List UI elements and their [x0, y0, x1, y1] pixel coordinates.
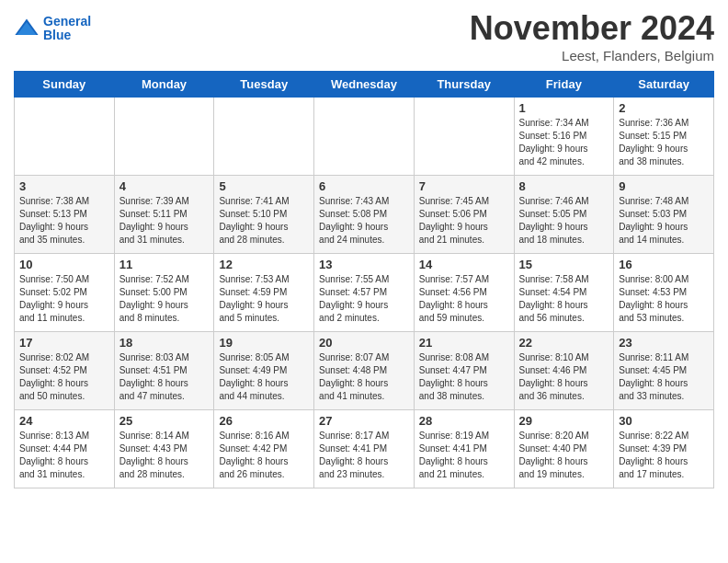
logo: General Blue — [14, 15, 91, 43]
day-number: 3 — [19, 179, 109, 193]
calendar-cell: 21Sunrise: 8:08 AM Sunset: 4:47 PM Dayli… — [414, 332, 514, 410]
day-header-tuesday: Tuesday — [214, 72, 314, 98]
day-number: 19 — [219, 336, 309, 350]
day-info: Sunrise: 7:50 AM Sunset: 5:02 PM Dayligh… — [19, 273, 109, 325]
day-number: 14 — [419, 258, 509, 271]
calendar-cell: 4Sunrise: 7:39 AM Sunset: 5:11 PM Daylig… — [114, 176, 214, 254]
day-number: 27 — [319, 414, 409, 428]
day-info: Sunrise: 7:52 AM Sunset: 5:00 PM Dayligh… — [119, 273, 210, 325]
day-header-monday: Monday — [114, 72, 214, 98]
calendar-cell: 17Sunrise: 8:02 AM Sunset: 4:52 PM Dayli… — [15, 332, 115, 410]
day-number: 11 — [119, 258, 210, 271]
day-info: Sunrise: 7:48 AM Sunset: 5:03 PM Dayligh… — [619, 195, 709, 247]
calendar-cell: 18Sunrise: 8:03 AM Sunset: 4:51 PM Dayli… — [114, 332, 214, 410]
calendar-cell — [214, 98, 314, 176]
calendar-week-5: 24Sunrise: 8:13 AM Sunset: 4:44 PM Dayli… — [15, 410, 714, 488]
day-info: Sunrise: 7:58 AM Sunset: 4:54 PM Dayligh… — [519, 273, 609, 325]
day-number: 26 — [219, 414, 309, 428]
calendar-cell: 9Sunrise: 7:48 AM Sunset: 5:03 PM Daylig… — [614, 176, 714, 254]
calendar-cell: 26Sunrise: 8:16 AM Sunset: 4:42 PM Dayli… — [214, 410, 314, 488]
day-number: 25 — [119, 414, 210, 428]
calendar-cell: 7Sunrise: 7:45 AM Sunset: 5:06 PM Daylig… — [414, 176, 514, 254]
day-number: 2 — [619, 101, 709, 115]
day-number: 4 — [119, 179, 210, 193]
day-info: Sunrise: 8:17 AM Sunset: 4:41 PM Dayligh… — [319, 430, 409, 481]
location-subtitle: Leest, Flanders, Belgium — [470, 48, 714, 63]
calendar-cell: 1Sunrise: 7:34 AM Sunset: 5:16 PM Daylig… — [514, 98, 614, 176]
calendar-cell: 10Sunrise: 7:50 AM Sunset: 5:02 PM Dayli… — [15, 254, 115, 332]
day-header-sunday: Sunday — [15, 72, 115, 98]
day-info: Sunrise: 7:55 AM Sunset: 4:57 PM Dayligh… — [319, 273, 409, 325]
calendar-cell: 28Sunrise: 8:19 AM Sunset: 4:41 PM Dayli… — [414, 410, 514, 488]
day-number: 13 — [319, 258, 409, 271]
day-info: Sunrise: 7:45 AM Sunset: 5:06 PM Dayligh… — [419, 195, 509, 247]
day-number: 17 — [19, 336, 109, 350]
day-info: Sunrise: 7:39 AM Sunset: 5:11 PM Dayligh… — [119, 195, 210, 247]
calendar-week-3: 10Sunrise: 7:50 AM Sunset: 5:02 PM Dayli… — [15, 254, 714, 332]
calendar-cell: 15Sunrise: 7:58 AM Sunset: 4:54 PM Dayli… — [514, 254, 614, 332]
calendar-cell: 29Sunrise: 8:20 AM Sunset: 4:40 PM Dayli… — [514, 410, 614, 488]
day-info: Sunrise: 8:13 AM Sunset: 4:44 PM Dayligh… — [19, 430, 109, 481]
calendar-cell: 5Sunrise: 7:41 AM Sunset: 5:10 PM Daylig… — [214, 176, 314, 254]
day-info: Sunrise: 7:36 AM Sunset: 5:15 PM Dayligh… — [619, 117, 709, 168]
day-info: Sunrise: 7:41 AM Sunset: 5:10 PM Dayligh… — [219, 195, 309, 247]
calendar-cell: 22Sunrise: 8:10 AM Sunset: 4:46 PM Dayli… — [514, 332, 614, 410]
calendar-cell: 23Sunrise: 8:11 AM Sunset: 4:45 PM Dayli… — [614, 332, 714, 410]
day-number: 29 — [519, 414, 609, 428]
day-info: Sunrise: 7:46 AM Sunset: 5:05 PM Dayligh… — [519, 195, 609, 247]
calendar-cell — [15, 98, 115, 176]
title-block: November 2024 Leest, Flanders, Belgium — [470, 9, 714, 63]
calendar-cell: 14Sunrise: 7:57 AM Sunset: 4:56 PM Dayli… — [414, 254, 514, 332]
day-info: Sunrise: 8:10 AM Sunset: 4:46 PM Dayligh… — [519, 351, 609, 403]
day-number: 18 — [119, 336, 210, 350]
calendar-header-row: SundayMondayTuesdayWednesdayThursdayFrid… — [15, 72, 714, 98]
day-header-thursday: Thursday — [414, 72, 514, 98]
day-header-saturday: Saturday — [614, 72, 714, 98]
day-info: Sunrise: 8:19 AM Sunset: 4:41 PM Dayligh… — [419, 430, 509, 481]
day-info: Sunrise: 7:34 AM Sunset: 5:16 PM Dayligh… — [519, 117, 609, 168]
day-info: Sunrise: 8:08 AM Sunset: 4:47 PM Dayligh… — [419, 351, 509, 403]
day-info: Sunrise: 8:20 AM Sunset: 4:40 PM Dayligh… — [519, 430, 609, 481]
logo-icon — [14, 16, 40, 41]
day-info: Sunrise: 8:22 AM Sunset: 4:39 PM Dayligh… — [619, 430, 709, 481]
calendar-cell — [314, 98, 415, 176]
calendar-cell: 8Sunrise: 7:46 AM Sunset: 5:05 PM Daylig… — [514, 176, 614, 254]
day-number: 12 — [219, 258, 309, 271]
day-number: 6 — [319, 179, 409, 193]
calendar-cell: 19Sunrise: 8:05 AM Sunset: 4:49 PM Dayli… — [214, 332, 314, 410]
day-number: 28 — [419, 414, 509, 428]
day-number: 24 — [19, 414, 109, 428]
day-info: Sunrise: 8:14 AM Sunset: 4:43 PM Dayligh… — [119, 430, 210, 481]
header: General Blue November 2024 Leest, Flande… — [14, 9, 714, 63]
day-number: 16 — [619, 258, 709, 271]
day-number: 7 — [419, 179, 509, 193]
day-info: Sunrise: 8:05 AM Sunset: 4:49 PM Dayligh… — [219, 351, 309, 403]
day-header-wednesday: Wednesday — [314, 72, 415, 98]
calendar-cell: 12Sunrise: 7:53 AM Sunset: 4:59 PM Dayli… — [214, 254, 314, 332]
calendar-cell: 2Sunrise: 7:36 AM Sunset: 5:15 PM Daylig… — [614, 98, 714, 176]
day-info: Sunrise: 7:57 AM Sunset: 4:56 PM Dayligh… — [419, 273, 509, 325]
day-number: 5 — [219, 179, 309, 193]
day-info: Sunrise: 7:38 AM Sunset: 5:13 PM Dayligh… — [19, 195, 109, 247]
day-info: Sunrise: 8:07 AM Sunset: 4:48 PM Dayligh… — [319, 351, 409, 403]
calendar-table: SundayMondayTuesdayWednesdayThursdayFrid… — [14, 71, 714, 488]
day-number: 1 — [519, 101, 609, 115]
day-info: Sunrise: 8:02 AM Sunset: 4:52 PM Dayligh… — [19, 351, 109, 403]
day-header-friday: Friday — [514, 72, 614, 98]
day-number: 21 — [419, 336, 509, 350]
day-number: 22 — [519, 336, 609, 350]
day-number: 10 — [19, 258, 109, 271]
calendar-cell: 30Sunrise: 8:22 AM Sunset: 4:39 PM Dayli… — [614, 410, 714, 488]
calendar-cell: 24Sunrise: 8:13 AM Sunset: 4:44 PM Dayli… — [15, 410, 115, 488]
month-title: November 2024 — [470, 9, 714, 48]
day-info: Sunrise: 8:11 AM Sunset: 4:45 PM Dayligh… — [619, 351, 709, 403]
calendar-cell: 16Sunrise: 8:00 AM Sunset: 4:53 PM Dayli… — [614, 254, 714, 332]
calendar-cell: 20Sunrise: 8:07 AM Sunset: 4:48 PM Dayli… — [314, 332, 415, 410]
day-number: 8 — [519, 179, 609, 193]
calendar-cell: 13Sunrise: 7:55 AM Sunset: 4:57 PM Dayli… — [314, 254, 415, 332]
main-container: General Blue November 2024 Leest, Flande… — [0, 0, 728, 498]
calendar-cell: 25Sunrise: 8:14 AM Sunset: 4:43 PM Dayli… — [114, 410, 214, 488]
day-info: Sunrise: 7:43 AM Sunset: 5:08 PM Dayligh… — [319, 195, 409, 247]
calendar-cell — [414, 98, 514, 176]
day-info: Sunrise: 8:16 AM Sunset: 4:42 PM Dayligh… — [219, 430, 309, 481]
